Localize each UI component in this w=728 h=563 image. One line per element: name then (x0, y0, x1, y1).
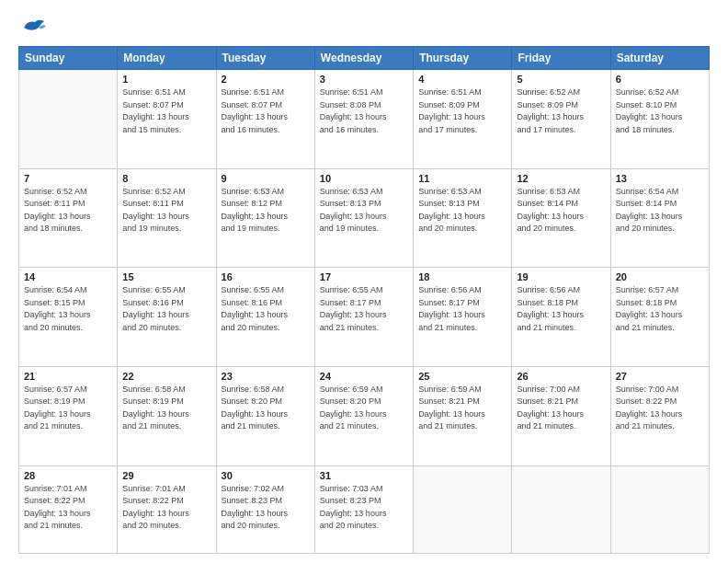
day-cell-empty-4-4 (414, 465, 512, 553)
day-cell-29: 29Sunrise: 7:01 AM Sunset: 8:22 PM Dayli… (118, 465, 216, 553)
day-number: 2 (222, 74, 310, 85)
day-info: Sunrise: 6:51 AM Sunset: 8:08 PM Dayligh… (320, 86, 408, 136)
day-number: 19 (517, 271, 605, 282)
header (18, 17, 710, 37)
day-number: 8 (122, 173, 210, 184)
day-header-monday: Monday (118, 47, 216, 70)
day-info: Sunrise: 6:51 AM Sunset: 8:07 PM Dayligh… (122, 86, 210, 136)
day-number: 1 (122, 74, 210, 85)
day-info: Sunrise: 6:53 AM Sunset: 8:13 PM Dayligh… (418, 186, 506, 236)
day-cell-6: 6Sunrise: 6:52 AM Sunset: 8:10 PM Daylig… (610, 70, 709, 169)
day-number: 12 (517, 173, 605, 184)
day-cell-8: 8Sunrise: 6:52 AM Sunset: 8:11 PM Daylig… (118, 168, 216, 268)
day-header-saturday: Saturday (610, 47, 709, 70)
day-header-tuesday: Tuesday (216, 47, 314, 70)
day-cell-24: 24Sunrise: 6:59 AM Sunset: 8:20 PM Dayli… (314, 366, 413, 465)
day-info: Sunrise: 6:55 AM Sunset: 8:16 PM Dayligh… (122, 284, 210, 334)
day-info: Sunrise: 6:52 AM Sunset: 8:11 PM Dayligh… (122, 186, 210, 236)
day-cell-4: 4Sunrise: 6:51 AM Sunset: 8:09 PM Daylig… (414, 70, 512, 169)
day-info: Sunrise: 6:58 AM Sunset: 8:19 PM Dayligh… (122, 384, 210, 433)
day-cell-21: 21Sunrise: 6:57 AM Sunset: 8:19 PM Dayli… (19, 366, 118, 465)
day-info: Sunrise: 6:57 AM Sunset: 8:19 PM Dayligh… (24, 384, 112, 433)
day-cell-25: 25Sunrise: 6:59 AM Sunset: 8:21 PM Dayli… (414, 366, 512, 465)
day-info: Sunrise: 6:59 AM Sunset: 8:20 PM Dayligh… (320, 384, 408, 433)
day-info: Sunrise: 6:56 AM Sunset: 8:18 PM Dayligh… (517, 284, 605, 334)
day-number: 20 (616, 271, 704, 282)
day-number: 23 (222, 371, 310, 382)
day-cell-11: 11Sunrise: 6:53 AM Sunset: 8:13 PM Dayli… (414, 168, 512, 268)
week-row-3: 14Sunrise: 6:54 AM Sunset: 8:15 PM Dayli… (19, 268, 710, 367)
day-cell-17: 17Sunrise: 6:55 AM Sunset: 8:17 PM Dayli… (314, 268, 413, 367)
day-number: 14 (24, 271, 112, 282)
day-cell-23: 23Sunrise: 6:58 AM Sunset: 8:20 PM Dayli… (216, 366, 314, 465)
day-number: 18 (418, 271, 506, 282)
day-cell-27: 27Sunrise: 7:00 AM Sunset: 8:22 PM Dayli… (610, 366, 709, 465)
day-cell-1: 1Sunrise: 6:51 AM Sunset: 8:07 PM Daylig… (118, 70, 216, 169)
day-cell-26: 26Sunrise: 7:00 AM Sunset: 8:21 PM Dayli… (512, 366, 610, 465)
day-info: Sunrise: 6:58 AM Sunset: 8:20 PM Dayligh… (222, 384, 310, 433)
page: SundayMondayTuesdayWednesdayThursdayFrid… (0, 0, 728, 563)
day-number: 26 (517, 371, 605, 382)
day-number: 11 (418, 173, 506, 184)
week-row-5: 28Sunrise: 7:01 AM Sunset: 8:22 PM Dayli… (19, 465, 710, 553)
day-number: 30 (222, 470, 310, 481)
day-number: 10 (320, 173, 408, 184)
day-info: Sunrise: 7:01 AM Sunset: 8:22 PM Dayligh… (122, 483, 210, 533)
day-info: Sunrise: 6:53 AM Sunset: 8:13 PM Dayligh… (320, 186, 408, 236)
day-number: 25 (418, 371, 506, 382)
day-cell-12: 12Sunrise: 6:53 AM Sunset: 8:14 PM Dayli… (512, 168, 610, 268)
day-info: Sunrise: 6:54 AM Sunset: 8:14 PM Dayligh… (616, 186, 704, 236)
day-number: 15 (122, 271, 210, 282)
day-header-thursday: Thursday (414, 47, 512, 70)
week-row-2: 7Sunrise: 6:52 AM Sunset: 8:11 PM Daylig… (19, 168, 710, 268)
day-number: 5 (517, 74, 605, 85)
day-cell-19: 19Sunrise: 6:56 AM Sunset: 8:18 PM Dayli… (512, 268, 610, 367)
logo-bird-icon (20, 17, 46, 37)
day-number: 9 (222, 173, 310, 184)
day-info: Sunrise: 6:55 AM Sunset: 8:16 PM Dayligh… (222, 284, 310, 334)
day-number: 31 (320, 470, 408, 481)
day-cell-31: 31Sunrise: 7:03 AM Sunset: 8:23 PM Dayli… (314, 465, 413, 553)
week-row-4: 21Sunrise: 6:57 AM Sunset: 8:19 PM Dayli… (19, 366, 710, 465)
day-cell-7: 7Sunrise: 6:52 AM Sunset: 8:11 PM Daylig… (19, 168, 118, 268)
day-number: 3 (320, 74, 408, 85)
day-cell-9: 9Sunrise: 6:53 AM Sunset: 8:12 PM Daylig… (216, 168, 314, 268)
day-number: 7 (24, 173, 112, 184)
day-cell-10: 10Sunrise: 6:53 AM Sunset: 8:13 PM Dayli… (314, 168, 413, 268)
day-number: 28 (24, 470, 112, 481)
day-info: Sunrise: 6:59 AM Sunset: 8:21 PM Dayligh… (418, 384, 506, 433)
day-info: Sunrise: 6:51 AM Sunset: 8:09 PM Dayligh… (418, 86, 506, 136)
day-cell-empty-4-6 (610, 465, 709, 553)
day-info: Sunrise: 6:56 AM Sunset: 8:17 PM Dayligh… (418, 284, 506, 334)
day-number: 27 (616, 371, 704, 382)
calendar-table: SundayMondayTuesdayWednesdayThursdayFrid… (18, 46, 710, 554)
day-number: 21 (24, 371, 112, 382)
day-number: 4 (418, 74, 506, 85)
day-info: Sunrise: 7:01 AM Sunset: 8:22 PM Dayligh… (24, 483, 112, 533)
day-number: 24 (320, 371, 408, 382)
day-cell-20: 20Sunrise: 6:57 AM Sunset: 8:18 PM Dayli… (610, 268, 709, 367)
day-info: Sunrise: 7:02 AM Sunset: 8:23 PM Dayligh… (222, 483, 310, 533)
day-cell-30: 30Sunrise: 7:02 AM Sunset: 8:23 PM Dayli… (216, 465, 314, 553)
day-cell-2: 2Sunrise: 6:51 AM Sunset: 8:07 PM Daylig… (216, 70, 314, 169)
day-info: Sunrise: 6:54 AM Sunset: 8:15 PM Dayligh… (24, 284, 112, 334)
day-header-wednesday: Wednesday (314, 47, 413, 70)
day-number: 16 (222, 271, 310, 282)
day-cell-22: 22Sunrise: 6:58 AM Sunset: 8:19 PM Dayli… (118, 366, 216, 465)
day-info: Sunrise: 6:51 AM Sunset: 8:07 PM Dayligh… (222, 86, 310, 136)
day-cell-14: 14Sunrise: 6:54 AM Sunset: 8:15 PM Dayli… (19, 268, 118, 367)
day-info: Sunrise: 6:53 AM Sunset: 8:14 PM Dayligh… (517, 186, 605, 236)
day-info: Sunrise: 6:57 AM Sunset: 8:18 PM Dayligh… (616, 284, 704, 334)
logo (18, 17, 46, 37)
day-number: 6 (616, 74, 704, 85)
day-info: Sunrise: 6:53 AM Sunset: 8:12 PM Dayligh… (222, 186, 310, 236)
day-number: 13 (616, 173, 704, 184)
day-number: 17 (320, 271, 408, 282)
day-cell-empty-4-5 (512, 465, 610, 553)
day-cell-16: 16Sunrise: 6:55 AM Sunset: 8:16 PM Dayli… (216, 268, 314, 367)
week-row-1: 1Sunrise: 6:51 AM Sunset: 8:07 PM Daylig… (19, 70, 710, 169)
day-header-friday: Friday (512, 47, 610, 70)
day-number: 29 (122, 470, 210, 481)
day-number: 22 (122, 371, 210, 382)
day-cell-3: 3Sunrise: 6:51 AM Sunset: 8:08 PM Daylig… (314, 70, 413, 169)
